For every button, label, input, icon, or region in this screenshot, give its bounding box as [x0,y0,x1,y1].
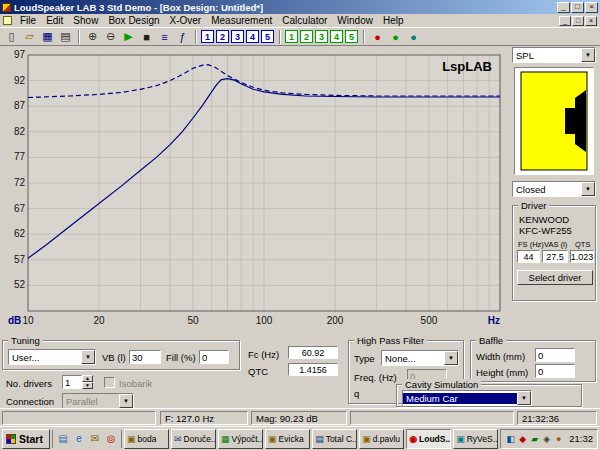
tuning-mode-select[interactable]: User... ▼ [8,349,96,365]
spl-chart[interactable]: 97928782777267625752102050100200500dBHzL… [2,47,508,337]
menu-measurement[interactable]: Measurement [206,15,277,27]
mdi-minimize-button[interactable]: _ [559,16,571,26]
menu-box-design[interactable]: Box Design [103,15,164,27]
task-vpot[interactable]: ▦Výpočt... [218,429,263,449]
chevron-down-icon[interactable]: ▼ [517,391,531,405]
chevron-down-icon[interactable]: ▼ [581,182,595,196]
chevron-down-icon[interactable]: ▼ [444,351,458,365]
close-button[interactable]: × [585,2,598,13]
green-dot-icon[interactable]: ● [387,29,404,45]
y-tick-label: 92 [14,75,26,86]
blue-preset-1-button[interactable]: 1 [201,30,214,43]
menu-edit[interactable]: Edit [41,15,68,27]
print-icon[interactable]: ▤ [57,29,74,45]
tray-network-icon[interactable]: ▰ [529,434,540,444]
green-preset-5-button[interactable]: 5 [345,30,358,43]
mdi-restore-button[interactable]: □ [572,16,584,26]
select-driver-button[interactable]: Select driver [517,270,593,285]
green-preset-2-button[interactable]: 2 [300,30,313,43]
baffle-width-label: Width (mm) [476,351,525,362]
task-label: Výpočt... [232,434,264,444]
window-title: LoudSpeaker LAB 3 Std Demo - [Box Design… [14,2,263,13]
baffle-height-input[interactable] [535,364,575,378]
task-louds[interactable]: ◉LoudS... [406,429,451,449]
task-totalc[interactable]: ▤Total C... [312,429,357,449]
blue-preset-2-button[interactable]: 2 [216,30,229,43]
menu-calculator[interactable]: Calculator [277,15,332,27]
teal-dot-icon[interactable]: ● [405,29,422,45]
menu-help[interactable]: Help [378,15,409,27]
y-tick-label: 57 [14,254,26,265]
red-dot-icon[interactable]: ● [369,29,386,45]
chevron-down-icon[interactable]: ▼ [581,48,595,62]
vas-value: 27.5 [542,250,568,263]
baffle-group-label: Baffle [476,335,506,346]
menu-window[interactable]: Window [332,15,378,27]
hpf-type-select[interactable]: None... ▼ [381,350,459,366]
tray-scheduler-icon[interactable]: ● [553,434,564,444]
fx-icon[interactable]: ƒ [174,29,191,45]
blue-preset-4-button[interactable]: 4 [246,30,259,43]
zoom-in-icon[interactable]: ⊕ [84,29,101,45]
new-icon[interactable]: ▯ [3,29,20,45]
graph-type-select[interactable]: SPL ▼ [512,47,596,63]
hpf-group-label: High Pass Filter [354,335,427,346]
browser-icon[interactable]: e [72,432,86,446]
task-ryves[interactable]: ▣RyVeS... [453,429,498,449]
menu-items: FileEditShowBox DesignX-OverMeasurementC… [15,15,409,27]
menu-x-over[interactable]: X-Over [165,15,207,27]
tray-display-icon[interactable]: ◧ [505,434,516,444]
zoom-out-icon[interactable]: ⊖ [102,29,119,45]
tray-volume-icon[interactable]: ◈ [541,434,552,444]
blue-preset-3-button[interactable]: 3 [231,30,244,43]
media-icon[interactable]: ◎ [104,432,118,446]
status-empty-panel [2,411,156,425]
box-type-select[interactable]: Closed ▼ [512,181,596,197]
chevron-down-icon[interactable]: ▼ [81,350,95,364]
task-dpavlu[interactable]: ▣d.pavlu [359,429,404,449]
toolbar-separator [363,30,365,44]
green-preset-1-button[interactable]: 1 [285,30,298,43]
menu-file[interactable]: File [15,15,41,27]
fill-input[interactable] [199,350,229,364]
menu-show[interactable]: Show [68,15,103,27]
y-tick-label: 87 [14,100,26,111]
mdi-close-button[interactable]: × [585,16,597,26]
qtc-label: QTC [248,366,268,377]
task-boda[interactable]: ▣boda [124,429,169,449]
drivers-input[interactable] [62,375,82,389]
tray-antivirus-icon[interactable]: ◆ [517,434,528,444]
chevron-down-icon[interactable]: ▼ [119,394,133,408]
status-magnitude: Mag: 90.23 dB [251,411,347,425]
qts-value: 1.023 [570,250,594,263]
baffle-width-input[interactable] [535,348,575,362]
vb-input[interactable] [129,350,161,364]
mail-icon[interactable]: ✉ [88,432,102,446]
maximize-button[interactable]: □ [571,2,584,13]
spin-down-icon[interactable]: ▼ [82,382,93,389]
save-icon[interactable]: ▦ [39,29,56,45]
green-preset-4-button[interactable]: 4 [330,30,343,43]
drivers-stepper[interactable]: ▲ ▼ [62,375,93,389]
task-evicka[interactable]: ▣Evicka [265,429,310,449]
tray-icons: ◧◆▰◈● [505,434,564,444]
spectrum-icon[interactable]: ≡ [156,29,173,45]
spin-up-icon[interactable]: ▲ [82,375,93,382]
play-icon[interactable]: ▶ [120,29,137,45]
x-tick-label: 50 [187,315,199,326]
app-icon [2,3,11,12]
cavity-group-label: Cavity Simulation [402,379,481,390]
box-type-value: Closed [513,184,581,195]
stop-icon[interactable]: ■ [138,29,155,45]
minimize-button[interactable]: _ [557,2,570,13]
green-preset-3-button[interactable]: 3 [315,30,328,43]
start-button[interactable]: Start [2,429,50,449]
baffle-group: Baffle Width (mm) Height (mm) [470,340,596,382]
task-dorue[interactable]: ✉Doruče... [171,429,216,449]
blue-preset-5-button[interactable]: 5 [261,30,274,43]
open-icon[interactable]: ▱ [21,29,38,45]
show-desktop-icon[interactable]: ▤ [56,432,70,446]
isobarik-checkbox[interactable] [104,377,115,388]
cavity-select[interactable]: Medium Car ▼ [402,390,532,406]
connection-select[interactable]: Parallel ▼ [62,393,134,409]
